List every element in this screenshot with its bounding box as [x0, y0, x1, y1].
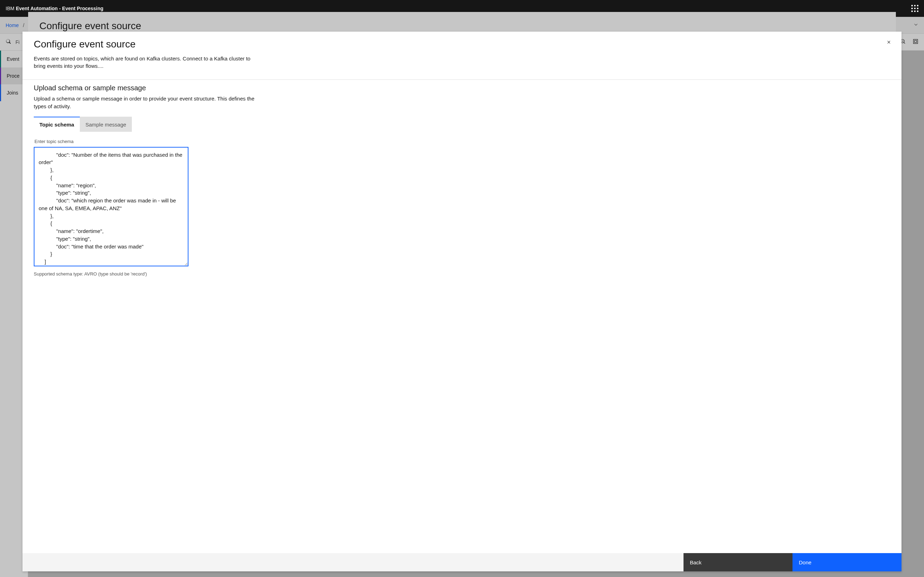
schema-textarea[interactable]	[34, 147, 189, 266]
modal-body: Upload schema or sample message Upload a…	[23, 80, 901, 553]
background-modal-title: Configure event source	[39, 20, 885, 32]
section-title: Upload schema or sample message	[34, 84, 286, 92]
schema-helper-text: Supported schema type: AVRO (type should…	[34, 271, 286, 277]
modal-title: Configure event source	[34, 39, 890, 50]
done-button[interactable]: Done	[793, 553, 901, 571]
modal-header: Configure event source Events are stored…	[23, 32, 901, 80]
modal-footer: Back Done	[23, 553, 901, 571]
modal-description: Events are stored on topics, which are f…	[34, 55, 259, 69]
schema-tabs: Topic schema Sample message	[34, 117, 286, 132]
footer-spacer	[23, 553, 683, 571]
tab-topic-schema[interactable]: Topic schema	[34, 117, 80, 132]
back-button[interactable]: Back	[683, 553, 793, 571]
app-switcher-icon[interactable]	[911, 5, 918, 12]
configure-event-source-modal: Configure event source Events are stored…	[23, 32, 901, 571]
brand-prefix: IBM	[6, 6, 15, 11]
section-description: Upload a schema or sample message in ord…	[34, 95, 259, 110]
brand-name: Event Automation - Event Processing	[16, 6, 103, 11]
tab-sample-message[interactable]: Sample message	[80, 117, 132, 132]
close-icon[interactable]	[885, 38, 893, 47]
schema-field-label: Enter topic schema	[34, 139, 286, 144]
